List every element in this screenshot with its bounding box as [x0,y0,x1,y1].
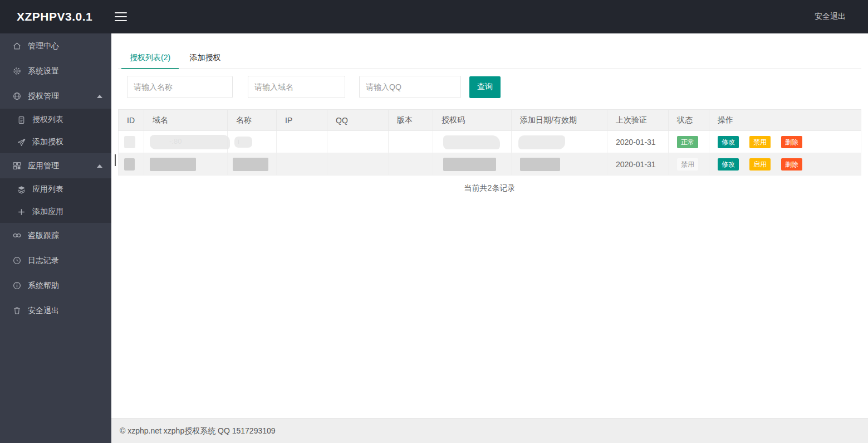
chevron-up-icon [97,164,102,168]
redaction-blob [124,158,135,171]
send-icon [17,138,26,147]
status-badge: 禁用 [677,158,698,171]
sidebar-item-label: 添加授权 [32,137,63,147]
qq-search-input[interactable] [359,76,461,98]
sidebar-item-label: 授权管理 [28,91,59,101]
redaction-blob [520,158,560,171]
sidebar: 管理中心 系统设置 授权管理 授权列表 [0,33,111,443]
edit-button[interactable]: 修改 [718,158,739,171]
col-header-last-verify: 上次验证 [607,110,669,131]
sidebar-item-label: 应用列表 [32,184,63,194]
delete-button[interactable]: 删除 [781,136,802,148]
layers-icon [17,185,26,194]
sidebar-item-label: 授权列表 [32,115,63,125]
sidebar-item-label: 系统帮助 [28,281,59,291]
enable-button[interactable]: 启用 [749,158,771,171]
cell-last-verify: 2020-01-31 [607,131,669,153]
cell-actions: 修改 禁用 删除 [709,131,861,153]
link-icon [12,231,22,240]
sidebar-submenu-app: 应用列表 添加应用 [0,178,111,223]
cell-version [389,131,433,153]
top-bar: XZPHPV3.0.1 安全退出 [0,0,868,33]
sidebar-item-add-auth[interactable]: 添加授权 [0,131,111,153]
auth-table: ID 域名 名称 IP QQ 版本 授权码 添加日期/有效期 上次验证 状态 操… [118,109,861,176]
sidebar-item-label: 添加应用 [32,207,63,217]
redaction-blob [443,158,496,171]
edit-button[interactable]: 修改 [718,136,739,148]
col-header-status: 状态 [669,110,709,131]
domain-search-input[interactable] [248,76,345,98]
globe-icon [12,91,22,101]
main-content: 授权列表(2) 添加授权 查询 ID 域名 名称 [111,33,868,418]
chevron-up-icon [97,95,102,98]
sidebar-item-log-records[interactable]: 日志记录 [0,248,111,273]
tab-label: 授权列表(2) [130,53,170,62]
sidebar-item-system-help[interactable]: 系统帮助 [0,273,111,298]
footer-copyright: © xzphp.net xzphp授权系统 QQ 1517293109 [111,418,868,443]
col-header-id: ID [119,110,144,131]
delete-button[interactable]: 删除 [781,158,802,171]
cell-name: i [228,131,277,153]
sidebar-item-label: 系统设置 [28,66,59,76]
col-header-add-date: 添加日期/有效期 [512,110,607,131]
cell-status: 禁用 [669,153,709,176]
col-header-ip: IP [277,110,327,131]
sidebar-item-piracy-tracking[interactable]: 盗版跟踪 [0,223,111,248]
tab-bar: 授权列表(2) 添加授权 [118,47,861,69]
app-grid-icon [12,161,22,171]
logout-link[interactable]: 安全退出 [815,12,846,22]
redaction-blob [443,135,500,149]
clock-icon [12,256,22,265]
redaction-blob [234,137,252,148]
redaction-blob [518,135,565,149]
cell-id [119,131,144,153]
info-icon [12,281,22,290]
cell-qq [327,153,389,176]
cell-ip [277,131,327,153]
cell-add-date [512,153,607,176]
col-header-actions: 操作 [709,110,861,131]
disable-button[interactable]: 禁用 [749,136,771,148]
cell-id [119,153,144,176]
cell-name [228,153,277,176]
menu-toggle-icon[interactable] [115,9,128,24]
sidebar-item-label: 安全退出 [28,306,59,316]
plus-icon [17,207,26,217]
cell-add-date [512,131,607,153]
document-list-icon [17,115,26,125]
tab-auth-list[interactable]: 授权列表(2) [121,47,179,69]
sidebar-item-admin-center[interactable]: 管理中心 [0,33,111,59]
query-button[interactable]: 查询 [469,76,501,98]
col-header-domain: 域名 [144,110,228,131]
cell-qq [327,131,389,153]
redaction-blob [150,158,196,171]
cell-auth-code [433,131,512,153]
cell-domain: -:80 [144,131,228,153]
redaction-blob [150,135,230,149]
sidebar-item-logout[interactable]: 安全退出 [0,298,111,323]
sidebar-item-app-list[interactable]: 应用列表 [0,178,111,201]
sidebar-item-label: 盗版跟踪 [28,231,59,241]
sidebar-item-system-settings[interactable]: 系统设置 [0,59,111,84]
app-window: XZPHPV3.0.1 安全退出 管理中心 系统设置 授权管理 [0,0,868,443]
table-row: 2020-01-31 禁用 修改 启用 删除 [119,153,861,176]
home-icon [12,41,22,51]
redaction-blob [124,136,135,148]
app-logo: XZPHPV3.0.1 [0,10,111,23]
sidebar-item-auth-list[interactable]: 授权列表 [0,109,111,131]
tab-label: 添加授权 [190,53,221,62]
tab-add-auth[interactable]: 添加授权 [182,47,229,69]
cell-actions: 修改 启用 删除 [709,153,861,176]
cell-ip [277,153,327,176]
name-search-input[interactable] [127,76,233,98]
cell-domain [144,153,228,176]
sidebar-item-app-management[interactable]: 应用管理 [0,153,111,178]
sidebar-item-label: 日志记录 [28,256,59,266]
cell-last-verify: 2020-01-31 [607,153,669,176]
table-header-row: ID 域名 名称 IP QQ 版本 授权码 添加日期/有效期 上次验证 状态 操… [119,110,861,131]
sidebar-item-label: 应用管理 [28,161,59,171]
sidebar-item-label: 管理中心 [28,41,59,51]
sidebar-item-auth-management[interactable]: 授权管理 [0,84,111,109]
active-tab-underline [121,68,179,69]
sidebar-item-add-app[interactable]: 添加应用 [0,201,111,223]
